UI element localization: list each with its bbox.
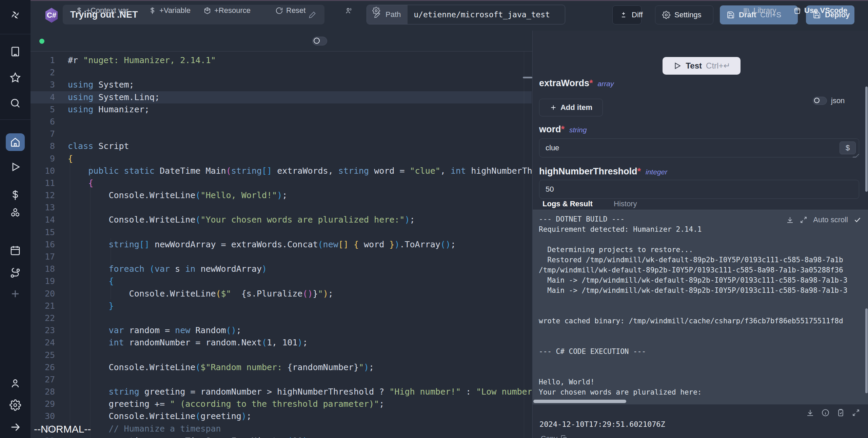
- code-text: [55, 251, 68, 263]
- code-text: Console.WriteLine($"Random number: {rand…: [55, 361, 374, 374]
- code-line-32[interactable]: 32 var timespan = TimeSpan.FromMinutes(9…: [31, 435, 532, 438]
- log-output[interactable]: --- DOTNET BUILD ---Requirement detected…: [533, 210, 868, 404]
- log-line: [539, 336, 847, 346]
- path-field[interactable]: Path u/etienne/microsoft_java_test: [367, 5, 565, 24]
- code-line-30[interactable]: 30 Console.WriteLine(greeting);: [31, 410, 532, 422]
- code-line-5[interactable]: 5using Humanizer;: [31, 103, 532, 116]
- code-line-19[interactable]: 19 {: [31, 275, 532, 287]
- tab-history[interactable]: History: [614, 199, 637, 208]
- code-line-17[interactable]: 17: [31, 251, 532, 263]
- panel-vertical-scrollbar[interactable]: [865, 87, 868, 192]
- code-line-14[interactable]: 14 Console.WriteLine("Your chosen words …: [31, 214, 532, 226]
- test-button[interactable]: Test Ctrl+↵: [663, 57, 741, 75]
- sidebar-item-schedules calendar-icon[interactable]: [0, 242, 31, 259]
- settings-button[interactable]: Settings: [655, 5, 713, 24]
- code-line-29[interactable]: 29 greeting += " (according to the thres…: [31, 398, 532, 410]
- tab-logs-result[interactable]: Logs & Result: [542, 199, 593, 208]
- code-line-9[interactable]: 9{: [31, 153, 532, 165]
- sidebar-item-flows route-icon[interactable]: [0, 265, 31, 281]
- code-editor[interactable]: 1#r "nuget: Humanizer, 2.14.1"23using Sy…: [31, 52, 532, 438]
- sidebar-item-settings gear-icon[interactable]: [0, 397, 31, 413]
- code-line-25[interactable]: 25: [31, 349, 532, 361]
- code-line-3[interactable]: 3using System;: [31, 79, 532, 91]
- code-text: string[] newWordArray = extraWords.Conca…: [55, 239, 456, 251]
- code-line-15[interactable]: 15: [31, 226, 532, 239]
- code-line-13[interactable]: 13: [31, 202, 532, 214]
- code-line-31[interactable]: 31 // Humanize a timespan: [31, 423, 532, 435]
- sidebar-item-favorites star-icon[interactable]: [0, 70, 31, 86]
- expand-result-icon[interactable]: [852, 408, 860, 417]
- code-line-4[interactable]: 4using System.Linq;: [31, 91, 532, 103]
- code-line-20[interactable]: 20 Console.WriteLine($" {s.Pluralize()}"…: [31, 288, 532, 300]
- line-number: 32: [31, 435, 55, 438]
- code-line-26[interactable]: 26 Console.WriteLine($"Random number: {r…: [31, 361, 532, 374]
- code-line-22[interactable]: 22: [31, 312, 532, 324]
- log-horizontal-scrollbar[interactable]: [533, 400, 626, 403]
- add-variable-button[interactable]: +Variable: [149, 0, 191, 21]
- code-line-16[interactable]: 16 string[] newWordArray = extraWords.Co…: [31, 239, 532, 251]
- json-toggle[interactable]: [813, 97, 827, 105]
- sidebar-item-home home-icon[interactable]: [6, 133, 25, 151]
- code-line-1[interactable]: 1#r "nuget: Humanizer, 2.14.1": [31, 54, 532, 66]
- windmill-logo-icon[interactable]: [0, 7, 31, 23]
- code-line-8[interactable]: 8class Script: [31, 140, 532, 152]
- code-line-23[interactable]: 23 var random = new Random();: [31, 324, 532, 337]
- code-text: string greeting = randomNumber > highNum…: [55, 386, 532, 398]
- multiplayer-users-icon[interactable]: [345, 0, 353, 21]
- line-number: 14: [31, 214, 55, 226]
- autoscroll-checkmark-icon[interactable]: [853, 216, 862, 224]
- code-text: using System.Linq;: [55, 91, 160, 103]
- line-number: 26: [31, 361, 55, 374]
- sidebar-collapse arrow-right-icon[interactable]: [0, 419, 31, 435]
- add-context-var-button[interactable]: +Context var: [75, 0, 129, 21]
- insert-variable-button[interactable]: $: [840, 141, 856, 154]
- edit-title-pencil-icon[interactable]: [308, 10, 317, 19]
- use-vscode-button[interactable]: Use VScode: [793, 0, 847, 21]
- reset-button[interactable]: Reset: [275, 0, 305, 21]
- add-item-button[interactable]: Add item: [539, 99, 603, 116]
- threshold-input[interactable]: [539, 180, 859, 199]
- code-line-12[interactable]: 12 Console.WriteLine("Hello, World!");: [31, 189, 532, 202]
- log-vertical-scrollbar[interactable]: [865, 308, 868, 393]
- copy-result-button[interactable]: Copy: [541, 434, 568, 438]
- editor-settings-gear-icon[interactable]: [372, 0, 380, 21]
- code-line-21[interactable]: 21 }: [31, 300, 532, 312]
- log-line: Requirement detected: Humanizer 2.14.1: [539, 224, 847, 234]
- code-line-2[interactable]: 2: [31, 66, 532, 79]
- code-line-18[interactable]: 18 foreach (var s in newWordArray): [31, 263, 532, 275]
- line-number: 16: [31, 239, 55, 251]
- diff-button[interactable]: Diff: [612, 5, 642, 24]
- result-tabs: Logs & Result History: [533, 199, 868, 210]
- panel-splitter-handle[interactable]: [523, 77, 532, 78]
- download-logs-icon[interactable]: [786, 216, 794, 224]
- sidebar-item-account user-icon[interactable]: [0, 375, 31, 392]
- sidebar-item-add plus-icon[interactable]: [0, 286, 31, 302]
- expand-logs-icon[interactable]: [800, 216, 808, 224]
- info-icon[interactable]: [821, 408, 830, 417]
- code-line-6[interactable]: 6: [31, 116, 532, 128]
- sidebar-item-resources boxes-icon[interactable]: [0, 205, 31, 221]
- code-line-24[interactable]: 24 int randomNumber = random.Next(1, 101…: [31, 337, 532, 349]
- code-line-10[interactable]: 10 public static DateTime Main(string[] …: [31, 165, 532, 177]
- code-line-7[interactable]: 7: [31, 128, 532, 140]
- assistant-toggle[interactable]: [312, 37, 327, 45]
- code-lines[interactable]: 1#r "nuget: Humanizer, 2.14.1"23using Sy…: [31, 54, 532, 438]
- code-line-11[interactable]: 11 {: [31, 177, 532, 189]
- code-line-27[interactable]: 27: [31, 374, 532, 386]
- sidebar-item-runs play-icon[interactable]: [0, 159, 31, 175]
- sidebar-item-variables dollar-icon[interactable]: [0, 187, 31, 203]
- clipboard-icon[interactable]: [836, 408, 845, 417]
- path-label: Path: [386, 10, 401, 19]
- copy-icon: [561, 435, 568, 438]
- download-result-icon[interactable]: [806, 408, 814, 417]
- sidebar-item-workspace building-icon[interactable]: [0, 43, 31, 60]
- word-input[interactable]: [539, 138, 859, 157]
- add-resource-button[interactable]: +Resource: [203, 0, 251, 21]
- code-text: greeting += " (according to the threshol…: [55, 398, 384, 410]
- path-value[interactable]: u/etienne/microsoft_java_test: [408, 10, 556, 19]
- required-asterisk: *: [561, 124, 565, 134]
- code-line-28[interactable]: 28 string greeting = randomNumber > high…: [31, 386, 532, 398]
- sidebar-item-search search-icon[interactable]: [0, 95, 31, 111]
- library-button[interactable]: Library: [743, 0, 776, 21]
- editor-scroll-rule: [524, 52, 524, 438]
